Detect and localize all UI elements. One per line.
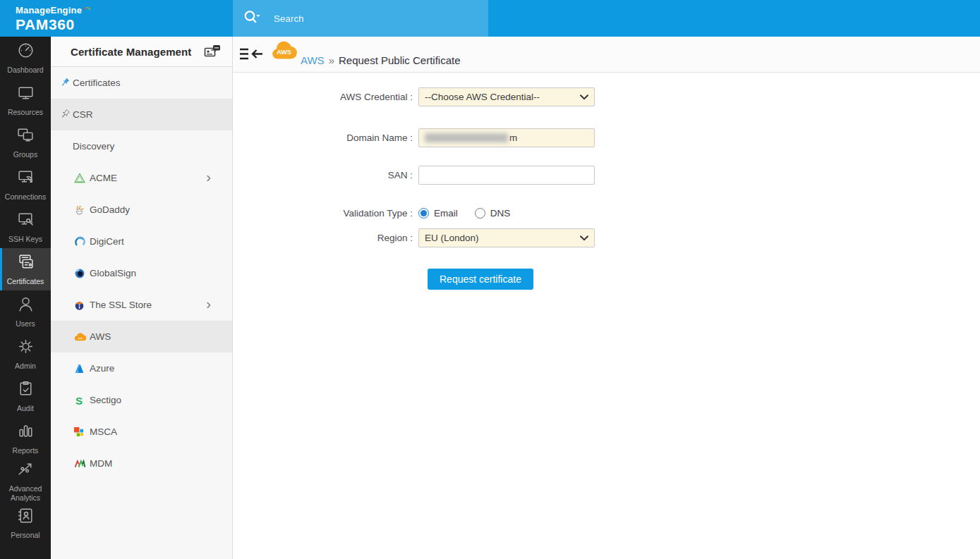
sidebar-item-label: Admin <box>13 362 37 370</box>
menu-item-discovery[interactable]: Discovery <box>51 130 232 162</box>
menu-item-certificates[interactable]: Certificates <box>51 67 232 99</box>
menu-item-sectigo[interactable]: S Sectigo <box>51 384 232 416</box>
sidebar-item-audit[interactable]: Audit <box>0 375 51 417</box>
menu-item-label: CSR <box>73 109 93 120</box>
region-label: Region : <box>233 233 418 243</box>
validation-email-radio[interactable] <box>418 208 429 219</box>
breadcrumb-link-aws[interactable]: AWS <box>301 54 325 66</box>
reports-barchart-icon <box>16 422 35 443</box>
aws-credential-label: AWS Credential : <box>233 92 418 102</box>
validation-dns-radio[interactable] <box>475 208 485 219</box>
product-name: PAM360 <box>16 17 233 32</box>
sectigo-logo-icon: S <box>74 395 90 406</box>
menu-item-digicert[interactable]: DigiCert <box>51 226 232 257</box>
ssh-keys-icon <box>16 210 35 232</box>
sidebar-item-resources[interactable]: Resources <box>0 79 51 121</box>
sidebar-item-reports[interactable]: Reports <box>0 417 51 460</box>
region-row: Region : EU (London) <box>233 228 980 247</box>
sidebar-item-personal[interactable]: Personal <box>0 502 51 544</box>
godaddy-logo-icon <box>74 204 90 216</box>
menu-item-msca[interactable]: MSCA <box>51 416 232 448</box>
domain-name-visible-suffix: m <box>509 133 517 143</box>
validation-email-option[interactable]: Email <box>418 208 458 219</box>
region-select[interactable]: EU (London) <box>418 228 595 247</box>
panel-header: Certificate Management <box>51 37 232 67</box>
validation-dns-label: DNS <box>490 208 511 219</box>
mdm-logo-icon <box>74 459 90 468</box>
sidebar-item-label: Users <box>14 319 36 328</box>
brand-logo: ManageEngine PAM360 <box>0 0 233 37</box>
sidebar-item-certificates[interactable]: Certificates <box>0 248 51 290</box>
chevron-right-icon: › <box>206 170 211 184</box>
sidebar-item-label: SSH Keys <box>7 235 44 243</box>
menu-item-acme[interactable]: ACME › <box>51 162 232 194</box>
redacted-text <box>425 133 508 142</box>
aws-cloud-badge: AWS <box>270 40 298 65</box>
svg-text:AWS: AWS <box>277 49 291 56</box>
dashboard-gauge-icon <box>16 41 35 63</box>
menu-item-label: Sectigo <box>90 395 121 405</box>
sidebar-item-users[interactable]: Users <box>0 290 51 333</box>
top-bar: ManageEngine PAM360 <box>0 0 980 37</box>
validation-dns-option[interactable]: DNS <box>475 208 511 219</box>
san-input[interactable] <box>418 166 595 185</box>
sidebar-item-advanced-analytics[interactable]: Advanced Analytics <box>0 460 51 502</box>
request-certificate-form: AWS Credential : --Choose AWS Credential… <box>233 73 980 290</box>
sidebar-item-dashboard[interactable]: Dashboard <box>0 37 51 79</box>
menu-item-godaddy[interactable]: GoDaddy <box>51 194 232 226</box>
sidebar-item-label: Dashboard <box>6 66 44 74</box>
menu-item-mdm[interactable]: MDM <box>51 448 232 479</box>
svg-text:S: S <box>75 395 83 406</box>
menu-item-label: The SSL Store <box>90 300 152 310</box>
personal-contact-icon <box>16 506 35 528</box>
acme-logo-icon <box>74 173 90 183</box>
groups-monitors-icon <box>16 125 35 147</box>
menu-item-label: Discovery <box>73 141 114 152</box>
san-label: SAN : <box>233 170 418 180</box>
breadcrumb: AWS » Request Public Certificate <box>301 54 461 66</box>
menu-item-aws[interactable]: aws AWS <box>51 321 232 352</box>
collapse-sidebar-icon[interactable] <box>238 47 264 61</box>
menu-item-azure[interactable]: Azure <box>51 352 232 384</box>
sidebar-item-connections[interactable]: Connections <box>0 164 51 206</box>
breadcrumb-bar: AWS AWS » Request Public Certificate <box>233 37 980 73</box>
sidebar-item-groups[interactable]: Groups <box>0 121 51 164</box>
domain-name-input[interactable]: m <box>418 128 595 147</box>
domain-name-row: Domain Name : m <box>233 128 980 147</box>
menu-item-ssl-store[interactable]: The SSL Store › <box>51 289 232 321</box>
menu-item-label: GlobalSign <box>90 268 136 278</box>
brand-swoosh-icon <box>83 6 91 16</box>
breadcrumb-separator: » <box>329 54 334 66</box>
panel-title: Certificate Management <box>71 46 191 58</box>
certificate-management-panel: Certificate Management Certificates CSR … <box>51 37 233 559</box>
menu-item-label: GoDaddy <box>90 204 130 215</box>
admin-gear-icon <box>16 337 35 359</box>
audit-clipboard-icon <box>16 379 35 401</box>
certificate-chat-icon[interactable] <box>204 44 221 59</box>
search-input[interactable] <box>272 13 456 25</box>
search-icon[interactable] <box>243 9 261 27</box>
sidebar-item-label: Personal <box>9 531 41 539</box>
digicert-logo-icon <box>74 236 90 247</box>
advanced-analytics-icon <box>16 460 35 481</box>
sidebar-item-admin[interactable]: Admin <box>0 333 51 375</box>
menu-item-label: Certificates <box>73 78 121 88</box>
pushpin-gray-icon <box>60 109 73 120</box>
menu-item-csr[interactable]: CSR <box>51 99 232 130</box>
aws-credential-select[interactable]: --Choose AWS Credential-- <box>418 87 595 106</box>
request-certificate-button[interactable]: Request certificate <box>428 269 533 290</box>
aws-cloud-icon: aws <box>74 332 90 341</box>
aws-credential-row: AWS Credential : --Choose AWS Credential… <box>233 87 980 106</box>
sidebar-item-label: Certificates <box>6 277 46 285</box>
sidebar-item-label: Reports <box>11 446 40 455</box>
menu-item-globalsign[interactable]: GlobalSign <box>51 257 232 289</box>
sidebar-item-ssh-keys[interactable]: SSH Keys <box>0 206 51 248</box>
panel-menu: Certificates CSR Discovery ACME › GoDadd… <box>51 67 232 479</box>
sidebar-item-label: Connections <box>4 192 47 201</box>
menu-item-label: MDM <box>90 458 112 469</box>
azure-logo-icon <box>74 364 90 374</box>
menu-item-label: AWS <box>90 331 111 342</box>
main-content: AWS AWS » Request Public Certificate AWS… <box>233 37 980 559</box>
sidebar-item-label: Resources <box>6 108 44 116</box>
users-person-icon <box>16 295 35 317</box>
